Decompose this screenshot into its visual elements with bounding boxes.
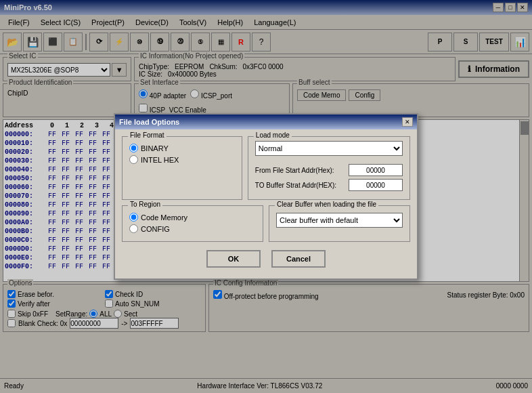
code-memory-option: Code Memory <box>129 213 256 222</box>
load-mode-group: Load mode Normal Fill Append From File S… <box>248 136 410 200</box>
file-load-dialog: File load Options ✕ File Format BINARY I… <box>114 113 418 280</box>
dialog-overlay: File load Options ✕ File Format BINARY I… <box>0 0 532 393</box>
load-mode-select[interactable]: Normal Fill Append <box>255 141 403 156</box>
binary-label: BINARY <box>141 144 169 152</box>
clear-buffer-label: Clear Buffer when loading the file <box>275 201 378 208</box>
file-format-label: File Format <box>128 131 167 139</box>
dialog-buttons: OK Cancel <box>122 247 410 272</box>
code-memory-radio[interactable] <box>129 213 138 222</box>
code-memory-label: Code Memory <box>141 213 187 222</box>
to-buffer-label: TO Buffer Strat Addr(HEX): <box>255 182 336 189</box>
config-radio[interactable] <box>129 224 138 233</box>
clear-buffer-group: Clear Buffer when loading the file Clear… <box>269 205 410 242</box>
load-mode-label: Load mode <box>254 131 292 139</box>
file-format-group: File Format BINARY INTEL HEX <box>122 136 242 200</box>
to-region-group: To Region Code Memory CONFIG <box>122 205 263 242</box>
clear-buffer-select[interactable]: Clear buffer with default Do not clear b… <box>276 213 403 228</box>
dialog-body: File Format BINARY INTEL HEX Load mode N… <box>115 129 417 278</box>
to-region-label: To Region <box>128 201 162 208</box>
to-buffer-input[interactable] <box>349 179 403 191</box>
cancel-button[interactable]: Cancel <box>271 250 326 268</box>
dialog-top-row: File Format BINARY INTEL HEX Load mode N… <box>122 136 410 200</box>
from-file-input[interactable] <box>349 164 403 176</box>
intel-hex-label: INTEL HEX <box>141 156 179 164</box>
binary-radio[interactable] <box>129 144 138 152</box>
binary-option: BINARY <box>129 144 235 152</box>
from-file-field: From File Start Addr(Hex): <box>255 164 403 176</box>
dialog-close-button[interactable]: ✕ <box>402 117 413 127</box>
intel-hex-radio[interactable] <box>129 155 138 164</box>
config-option: CONFIG <box>129 224 256 233</box>
intel-hex-option: INTEL HEX <box>129 155 235 164</box>
config-label: CONFIG <box>141 225 170 233</box>
dialog-title-bar: File load Options ✕ <box>115 115 417 129</box>
dialog-title: File load Options <box>119 118 179 126</box>
ok-button[interactable]: OK <box>206 250 261 268</box>
dialog-region-row: To Region Code Memory CONFIG Clear Buffe… <box>122 205 410 242</box>
to-buffer-field: TO Buffer Strat Addr(HEX): <box>255 179 403 191</box>
from-file-label: From File Start Addr(Hex): <box>255 167 334 174</box>
